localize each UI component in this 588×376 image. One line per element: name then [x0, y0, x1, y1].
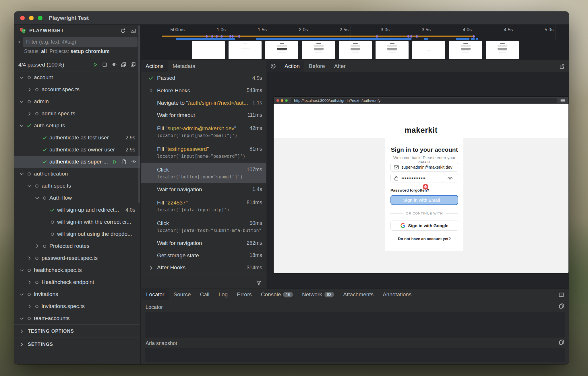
tree-item-admin-spec-ts[interactable]: admin.spec.ts [14, 108, 140, 120]
tree-item-authenticate-as-owner-user[interactable]: authenticate as owner user2.9s [14, 144, 140, 156]
tree-item-healthcheck-spec-ts[interactable]: healthcheck.spec.ts [14, 264, 140, 276]
pick-locator-cell[interactable] [267, 61, 280, 72]
timeline-gridline [515, 25, 515, 41]
bottom-tab-call[interactable]: Call [196, 289, 214, 300]
filmstrip-thumbnail[interactable] [376, 41, 409, 59]
tree-scrollbar[interactable] [138, 25, 140, 203]
watch-icon[interactable] [131, 159, 136, 165]
bottom-tab-source[interactable]: Source [169, 289, 195, 300]
timeline-event-dot [220, 35, 223, 38]
action-after-hooks[interactable]: After Hooks314ms [141, 262, 266, 274]
close-button[interactable] [20, 16, 25, 20]
bottom-tab-network[interactable]: Network83 [297, 289, 339, 300]
run-all-icon[interactable] [92, 62, 98, 67]
filmstrip-thumbnail[interactable] [265, 41, 298, 59]
timeline-strip[interactable]: 500ms1.0s1.5s2.0s2.5s3.0s3.5s4.0s4.5s5.0… [141, 25, 569, 60]
tab-badge: 83 [324, 292, 334, 297]
copy-aria-icon[interactable] [559, 339, 564, 345]
tree-item-will-sign-up-and-redirect[interactable]: will sign-up and redirect...4.0s [14, 204, 140, 216]
minimize-button[interactable] [29, 16, 34, 20]
action-list: Passed4.9sBefore Hooks543msNavigate to "… [141, 72, 266, 277]
filter-funnel-icon[interactable] [256, 280, 262, 286]
action-wait-for-navigation[interactable]: Wait for navigation262ms [141, 237, 266, 249]
tree-item-will-sign-in-with-the-correct-cr[interactable]: will sign-in with the correct cr... [14, 216, 140, 228]
tree-item-account-spec-ts[interactable]: account.spec.ts [14, 83, 140, 96]
section-settings[interactable]: SETTINGS [14, 338, 140, 351]
filter-expand-chevron[interactable]: > [18, 39, 21, 45]
action-navigate-to-auth-sign-in-next-aut[interactable]: Navigate to "/auth/sign-in?next=/aut...1… [141, 97, 266, 109]
action-click[interactable]: Click50mslocator('[data-test="submit-mfa… [141, 216, 266, 237]
filmstrip-thumbnail[interactable] [302, 41, 335, 59]
action-get-storage-state[interactable]: Get storage state18ms [141, 249, 266, 262]
action-fill-super-admin-makerkit-dev[interactable]: Fill "super-admin@makerkit.dev"42mslocat… [141, 121, 266, 142]
bottom-tab-annotations[interactable]: Annotations [378, 289, 416, 300]
timeline-event-dot [473, 35, 475, 38]
action-wait-for-timeout[interactable]: Wait for timeout111ms [141, 109, 266, 121]
filmstrip-thumbnail[interactable] [192, 41, 225, 59]
file-icon[interactable] [121, 159, 127, 165]
action-duration: 814ms [244, 200, 262, 206]
collapse-all-icon[interactable] [121, 62, 126, 67]
action-fill-testingpassword[interactable]: Fill "testingpassword"81mslocator('input… [141, 142, 266, 163]
stop-icon[interactable] [102, 62, 107, 67]
refresh-icon[interactable] [120, 28, 126, 34]
bottom-tab-console[interactable]: Console16 [256, 289, 297, 300]
action-locator: locator('[data-test="submit-mfa-button"]… [148, 228, 262, 233]
tree-item-label: team-accounts [34, 315, 70, 322]
tree-item-account[interactable]: account [14, 71, 140, 83]
locator-editor[interactable] [145, 312, 565, 338]
tree-item-authentication[interactable]: authentication [14, 168, 140, 180]
action-locator: locator('[data-input-otp]') [148, 207, 262, 213]
copy-locator-icon[interactable] [559, 303, 564, 309]
timeline-tick-label: 500ms [170, 27, 187, 32]
action-duration: 111ms [245, 112, 262, 118]
detail-tab-before[interactable]: Before [304, 61, 330, 72]
run-icon[interactable] [112, 159, 117, 165]
external-link-icon [559, 64, 565, 69]
action-fill-224537[interactable]: Fill "224537"814mslocator('[data-input-o… [141, 196, 266, 216]
tree-item-auth-flow[interactable]: Auth flow [14, 192, 140, 204]
toggle-panel-button[interactable] [559, 289, 564, 300]
detail-tab-action[interactable]: Action [280, 61, 304, 72]
tree-item-authenticate-as-test-user[interactable]: authenticate as test user2.9s [14, 132, 140, 144]
tree-item-invitations-spec-ts[interactable]: invitations.spec.ts [14, 300, 140, 312]
tree-item-will-sign-out-using-the-dropdo[interactable]: will sign out using the dropdo... [14, 228, 140, 240]
filmstrip-thumbnail[interactable] [412, 41, 445, 59]
tree-item-protected-routes[interactable]: Protected routes [14, 240, 140, 252]
tree-item-healthcheck-endpoint[interactable]: Healthcheck endpoint [14, 276, 140, 288]
tree-item-auth-spec-ts[interactable]: auth.spec.ts [14, 180, 140, 192]
detail-tab-after[interactable]: After [330, 61, 350, 72]
actions-tab-metadata[interactable]: Metadata [168, 61, 200, 72]
aria-editor[interactable] [145, 348, 565, 362]
bottom-tab-log[interactable]: Log [214, 289, 232, 300]
email-field: super-admin@makerkit.dev [390, 163, 458, 172]
zoom-button[interactable] [38, 16, 42, 20]
tree-item-authenticate-as-super[interactable]: authenticate as super-... [14, 156, 140, 168]
filter-status-line: Status: all Projects: setup chromium [14, 48, 140, 58]
actions-tab-actions[interactable]: Actions [141, 61, 168, 72]
tree-item-password-reset-spec-ts[interactable]: password-reset.spec.ts [14, 252, 140, 264]
filmstrip-thumbnail[interactable] [486, 41, 519, 59]
filter-input[interactable]: Filter (e.g. text, @tag) [23, 37, 138, 47]
terminal-icon[interactable] [130, 28, 136, 34]
section-testing-options[interactable]: TESTING OPTIONS [14, 324, 140, 338]
action-passed[interactable]: Passed4.9s [141, 72, 266, 84]
action-value: /auth/sign-in?next=/aut... [188, 100, 248, 106]
watch-all-icon[interactable] [111, 62, 117, 67]
timeline-event-dot [216, 35, 218, 38]
tree-item-admin[interactable]: admin [14, 96, 140, 108]
filmstrip-thumbnail[interactable] [449, 41, 482, 59]
expand-all-icon[interactable] [130, 62, 136, 67]
tree-item-auth-setup-ts[interactable]: auth.setup.ts [14, 120, 140, 132]
action-before-hooks[interactable]: Before Hooks543ms [141, 84, 266, 97]
filmstrip-thumbnail[interactable] [229, 41, 262, 59]
action-wait-for-navigation[interactable]: Wait for navigation1.4s [141, 183, 266, 196]
action-click[interactable]: Click107mslocator('button[type="submit"]… [141, 163, 266, 183]
bottom-tab-attachments[interactable]: Attachments [339, 289, 378, 300]
bottom-tab-locator[interactable]: Locator [142, 289, 169, 300]
tree-item-invitations[interactable]: invitations [14, 288, 140, 300]
open-external-button[interactable] [559, 61, 565, 72]
filmstrip-thumbnail[interactable] [339, 41, 372, 59]
bottom-tab-errors[interactable]: Errors [232, 289, 256, 300]
tree-item-team-accounts[interactable]: team-accounts [14, 312, 140, 324]
